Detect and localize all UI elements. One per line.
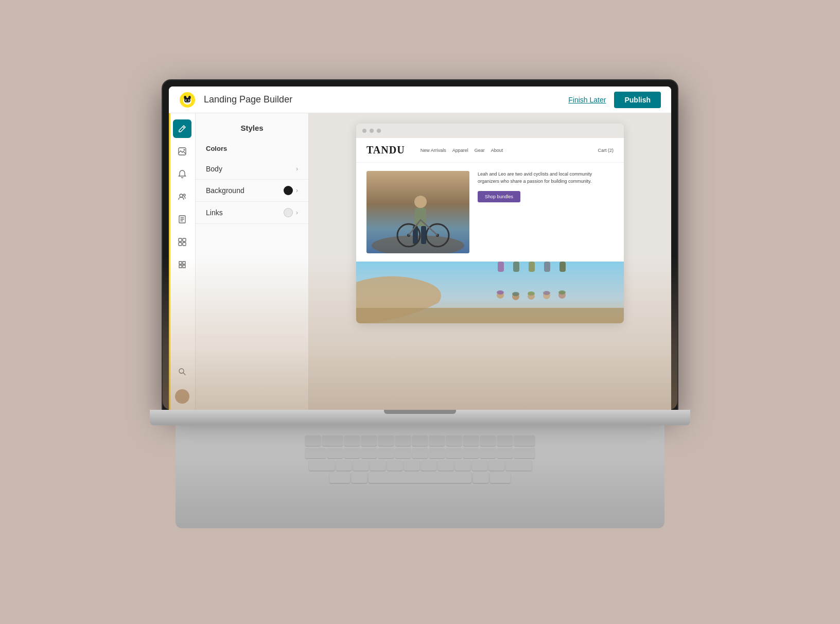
styles-panel-title: Styles	[196, 124, 308, 132]
svg-point-43	[558, 290, 566, 294]
key	[473, 473, 488, 483]
key	[378, 436, 394, 446]
key	[514, 436, 535, 446]
grid-icon	[178, 260, 187, 269]
site-logo: TANDU	[366, 144, 405, 156]
key	[490, 473, 511, 483]
preview-area: TANDU New Arrivals Apparel Gear About Ca…	[309, 113, 671, 410]
links-color-item[interactable]: Links ›	[196, 202, 308, 224]
key	[309, 460, 335, 471]
top-bar: Landing Page Builder Finish Later Publis…	[169, 86, 671, 113]
key	[463, 448, 479, 458]
sidebar-item-notifications[interactable]	[173, 165, 191, 183]
site-nav: TANDU New Arrivals Apparel Gear About Ca…	[356, 138, 624, 163]
key	[353, 460, 369, 471]
notifications-icon	[178, 169, 187, 179]
key	[489, 460, 504, 471]
key	[322, 436, 343, 446]
background-chevron-icon: ›	[296, 187, 298, 194]
key	[344, 448, 360, 458]
svg-rect-36	[544, 262, 550, 272]
svg-rect-30	[498, 262, 504, 272]
colors-heading: Colors	[196, 145, 308, 152]
svg-rect-12	[179, 238, 182, 241]
key	[421, 460, 436, 471]
svg-rect-22	[421, 226, 426, 244]
sidebar-item-search[interactable]	[173, 362, 191, 381]
spacebar-key[interactable]	[369, 473, 471, 483]
keyboard-row-4	[186, 473, 654, 483]
svg-point-9	[180, 194, 183, 197]
edit-icon	[178, 124, 187, 133]
sidebar-item-edit[interactable]	[173, 119, 191, 138]
sidebar-item-pages[interactable]	[173, 210, 191, 229]
shop-bundles-button[interactable]: Shop bundles	[478, 191, 520, 202]
key	[446, 448, 462, 458]
site-bottom-section	[356, 262, 624, 323]
search-icon	[178, 367, 187, 376]
nav-link-apparel: Apparel	[452, 148, 468, 153]
top-bar-actions: Finish Later Publish	[568, 92, 661, 108]
key	[497, 436, 513, 446]
svg-rect-13	[183, 238, 186, 241]
browser-dot-3	[377, 129, 381, 133]
key	[395, 436, 411, 446]
sidebar-item-images[interactable]	[173, 142, 191, 161]
key	[429, 448, 445, 458]
main-content: Styles Colors Body › Backgroun	[169, 113, 671, 410]
nav-link-about: About	[491, 148, 503, 153]
key	[506, 460, 532, 471]
sidebar-item-contacts[interactable]	[173, 187, 191, 206]
keyboard-row-2	[186, 448, 654, 458]
body-chevron-icon: ›	[296, 165, 298, 172]
publish-button[interactable]: Publish	[614, 92, 661, 108]
finish-later-button[interactable]: Finish Later	[568, 96, 606, 104]
key	[446, 436, 462, 446]
background-color-item[interactable]: Background ›	[196, 180, 308, 202]
sidebar-item-grid[interactable]	[173, 255, 191, 274]
hero-body-text: Leah and Leo are two avid cyclists and l…	[478, 171, 614, 185]
svg-rect-34	[529, 262, 535, 272]
key	[429, 436, 445, 446]
svg-point-39	[497, 290, 504, 294]
laptop-base	[150, 410, 690, 425]
svg-point-19	[414, 196, 427, 208]
key	[497, 448, 513, 458]
svg-rect-32	[513, 262, 519, 272]
key	[412, 448, 428, 458]
key	[455, 460, 470, 471]
contacts-icon	[178, 192, 187, 201]
cart-label: Cart (2)	[598, 148, 614, 153]
laptop-notch	[384, 410, 456, 414]
links-label: Links	[206, 209, 223, 217]
links-swatch	[284, 208, 293, 217]
svg-rect-15	[183, 242, 186, 246]
key	[305, 436, 321, 446]
hero-image	[366, 171, 469, 253]
svg-rect-28	[356, 308, 624, 323]
key	[352, 473, 367, 483]
svg-rect-38	[559, 262, 566, 272]
site-nav-links: New Arrivals Apparel Gear About	[421, 148, 588, 153]
svg-rect-14	[179, 242, 182, 246]
body-color-item[interactable]: Body ›	[196, 159, 308, 180]
pages-icon	[178, 215, 187, 224]
key	[514, 448, 535, 458]
nav-link-gear: Gear	[475, 148, 485, 153]
user-avatar[interactable]	[175, 389, 189, 404]
key	[404, 460, 419, 471]
key	[344, 436, 360, 446]
bottom-section-svg	[356, 262, 624, 323]
styles-panel: Styles Colors Body › Backgroun	[196, 113, 309, 410]
svg-point-8	[183, 149, 185, 151]
sidebar-item-templates[interactable]	[173, 233, 191, 251]
hero-text: Leah and Leo are two avid cyclists and l…	[478, 171, 614, 202]
sidebar-icons	[169, 113, 196, 410]
svg-point-42	[543, 291, 550, 295]
key	[305, 448, 326, 458]
browser-dot-2	[370, 129, 374, 133]
key	[438, 460, 453, 471]
browser-content: TANDU New Arrivals Apparel Gear About Ca…	[356, 138, 624, 323]
app-container: Landing Page Builder Finish Later Publis…	[169, 86, 671, 410]
key	[412, 436, 428, 446]
